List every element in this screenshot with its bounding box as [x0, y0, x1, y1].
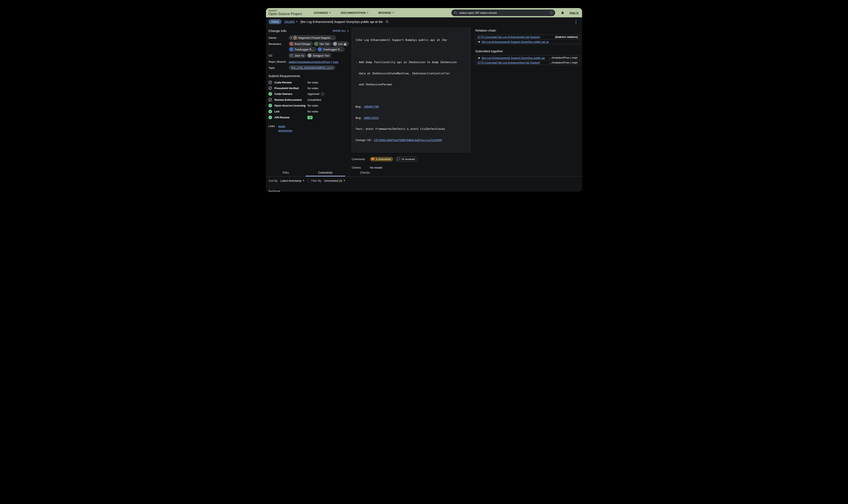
tab-comments[interactable]: Comments: [305, 169, 345, 176]
brand-logo[interactable]: Android Open Source Project: [268, 10, 302, 16]
cc-chip[interactable]: Jack Yu: [289, 53, 306, 58]
commit-body-line: data at IkeSessionStateMachine, IkeConne…: [356, 72, 466, 75]
bug-link[interactable]: 288467790: [364, 105, 379, 108]
cc-name: Jack Yu: [295, 54, 304, 57]
branch-link[interactable]: main: [333, 60, 339, 64]
requirement-label: Code-Review: [275, 81, 307, 84]
reviewer-chip[interactable]: Treehugger R…: [289, 47, 316, 52]
bug-link[interactable]: 308513922: [364, 116, 379, 120]
nav-changes[interactable]: CHANGES ▼: [314, 11, 331, 14]
reviewer-chip[interactable]: Lint 🤖: [333, 41, 349, 46]
automerger-link[interactable]: automerger: [278, 128, 292, 133]
reviewers-row: Reviewers Brad Ebinger Yan Yan Lint 🤖 Tr…: [268, 41, 349, 52]
requirement-row[interactable]: Code-Owners Approved ?: [268, 92, 349, 96]
submitted-together-heading: Submitted together: [475, 49, 580, 53]
requirement-status: No votes: [307, 110, 318, 113]
header-actions: Sign in: [561, 11, 579, 15]
commit-body-line: - Add dump functionality api at IkeSessi…: [356, 60, 466, 64]
main-nav: CHANGES ▼ DOCUMENTATION ▼ BROWSE ▼: [314, 11, 394, 14]
repo-branch-label: Repo | Branch: [268, 59, 289, 64]
requirement-row[interactable]: Code-Review No votes: [268, 81, 349, 84]
copy-icon[interactable]: [386, 20, 389, 23]
requirement-row[interactable]: Presubmit-Verified No votes: [268, 86, 349, 90]
help-icon[interactable]: ?: [321, 92, 324, 96]
sign-in-link[interactable]: Sign in: [569, 11, 579, 14]
requirement-label: Review-Enforcement: [275, 98, 307, 102]
tab-checks[interactable]: Checks: [345, 169, 385, 176]
requirement-row[interactable]: API-Review +2: [268, 115, 349, 119]
topic-row: Topic IKE_LOG_ENHANCEMENT_V1.0: [268, 66, 349, 70]
requirement-row[interactable]: Open-Source-Licensing No votes: [268, 104, 349, 107]
commit-message: [Ike Log Enhancement] Support DumpSys pu…: [352, 28, 471, 152]
blocked-icon: [268, 81, 272, 84]
reviewer-chip[interactable]: Brad Ebinger: [289, 41, 313, 46]
nav-browse-label: BROWSE: [378, 11, 391, 14]
app-header: Android Open Source Project CHANGES ▼ DO…: [266, 8, 582, 17]
owner-row: Owner » Nagendra Prasad Nagarle …: [268, 35, 349, 40]
resolved-chat-icon: [397, 158, 400, 161]
bug-label: Bug:: [356, 116, 364, 120]
submitted-together-link[interactable]: [Ike Log Enhancement] Support DumpSys pu…: [482, 56, 545, 59]
search-bar[interactable]: ?: [451, 10, 555, 16]
change-id-label: Change-Id:: [356, 139, 374, 142]
reviewer-name: Yan Yan: [319, 42, 330, 46]
submitted-together-link[interactable]: [CTS Coverage] Ike Log Enhancement Api S…: [478, 61, 540, 64]
comments-panel: Patchset Yan Yan Patchset 34 1:52 PM Ove…: [266, 190, 582, 192]
avatar: [318, 48, 322, 51]
vote-chip[interactable]: +2: [307, 116, 313, 119]
reviewer-name: Treehugger R…: [323, 48, 343, 51]
indirect-relation-note: (Indirect relation): [553, 35, 578, 38]
tab-files[interactable]: Files: [266, 169, 305, 176]
owner-label: Owner: [268, 35, 289, 40]
resolved-comments-chip[interactable]: 24 resolved: [395, 157, 418, 162]
requirement-label: Open-Source-Licensing: [275, 104, 307, 107]
chevron-down-icon: ▼: [329, 12, 331, 14]
links-label: Links: [268, 124, 278, 133]
search-help-icon[interactable]: ?: [550, 11, 553, 14]
reviewer-chip[interactable]: Treehugger R…: [317, 47, 345, 52]
overflow-menu-icon[interactable]: ⋮: [573, 19, 579, 24]
change-number-link[interactable]: 2811853: [284, 20, 295, 23]
nav-browse[interactable]: BROWSE ▼: [378, 11, 394, 14]
reviewers-label: Reviewers: [268, 41, 289, 52]
repo-link[interactable]: platform/packages/modules/IPsec: [289, 60, 330, 64]
unresolved-comments-chip[interactable]: 3 unresolved: [370, 157, 393, 161]
change-view-main: Change Info SHOW ALL ▼ Owner » Nagendra …: [266, 26, 582, 169]
cc-chip[interactable]: Sangyun Yun: [307, 53, 331, 58]
filter-dropdown[interactable]: Unresolved (3) ▼: [324, 179, 345, 182]
requirement-row[interactable]: Review-Enforcement Unsatisfied: [268, 98, 349, 102]
requirement-label: Lint: [275, 110, 307, 113]
check-circle-icon: [268, 104, 272, 107]
search-input[interactable]: [459, 11, 550, 15]
submit-requirements-heading: Submit Requirements: [268, 74, 349, 78]
owner-chip[interactable]: » Nagendra Prasad Nagarle …: [289, 35, 336, 40]
requirement-label: Presubmit-Verified: [275, 87, 307, 90]
change-id-link[interactable]: I472645c40dfea5fb80f68b4cbd57eccca72a569…: [374, 139, 442, 142]
requirement-status: No votes: [307, 81, 318, 84]
nav-documentation[interactable]: DOCUMENTATION ▼: [341, 11, 369, 14]
builds-link[interactable]: builds: [278, 124, 292, 128]
toolbar-divider: [308, 179, 308, 182]
change-number-dropdown[interactable]: 2811853 ▼: [284, 20, 298, 23]
reviewer-chip[interactable]: Yan Yan: [314, 41, 332, 46]
requirement-row[interactable]: Lint No votes: [268, 110, 349, 113]
topic-chip[interactable]: IKE_LOG_ENHANCEMENT_V1.0: [289, 66, 335, 70]
avatar: [333, 42, 337, 46]
patchset-heading: Patchset: [268, 190, 580, 192]
repo-branch-row: Repo | Branch platform/packages/modules/…: [268, 59, 349, 64]
avatar: [289, 42, 293, 46]
submitted-together-repo: …/modules/IPsec | main: [547, 61, 578, 64]
relation-chain-row-current: ➔ [Ike Log Enhancement] Support DumpSys …: [476, 39, 580, 44]
status-badge: Active: [268, 19, 281, 24]
show-all-button[interactable]: SHOW ALL ▼: [333, 30, 349, 32]
chevron-down-icon: ▼: [392, 12, 394, 14]
change-info-heading: Change Info: [268, 29, 286, 33]
requirement-label: Code-Owners: [275, 92, 307, 95]
gerrit-window: Android Open Source Project CHANGES ▼ DO…: [266, 8, 582, 192]
current-change-link[interactable]: [Ike Log Enhancement] Support DumpSys pu…: [482, 40, 549, 43]
topic-link[interactable]: IKE_LOG_ENHANCEMENT_V1.0: [291, 66, 333, 69]
filter-value: Unresolved (3): [324, 179, 342, 182]
related-change-link[interactable]: [CTS Coverage] Ike Log Enhancement Api S…: [478, 35, 540, 38]
bug-report-icon[interactable]: [561, 11, 565, 15]
sort-dropdown[interactable]: Latest timestamp ▼: [280, 179, 304, 182]
